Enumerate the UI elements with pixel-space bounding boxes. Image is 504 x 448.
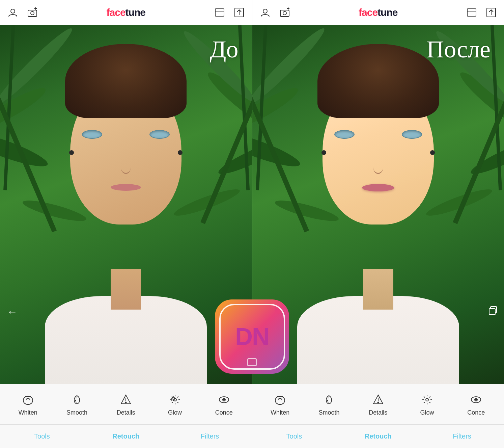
svg-line-72 (424, 396, 425, 397)
right-smooth-label: Smooth (318, 409, 339, 416)
glow-icon (168, 392, 183, 407)
svg-line-73 (429, 402, 430, 403)
share-icon[interactable] (232, 6, 246, 19)
right-tool-conceal[interactable]: Conce (464, 392, 488, 416)
right-conceal-icon (469, 392, 483, 407)
whiten-icon (21, 392, 35, 407)
glow-label: Glow (168, 409, 182, 416)
right-whiten-label: Whiten (271, 409, 289, 416)
right-conceal-label: Conce (467, 409, 485, 416)
dn-small-icon (247, 358, 257, 366)
svg-point-15 (21, 197, 88, 225)
smooth-label: Smooth (66, 409, 87, 416)
svg-point-26 (125, 402, 127, 403)
svg-line-75 (424, 402, 425, 403)
whiten-label: Whiten (19, 409, 37, 416)
right-window-icon[interactable] (465, 6, 478, 19)
left-nav-arrow[interactable]: ← (7, 306, 18, 318)
svg-point-0 (11, 9, 15, 13)
dn-logo-overlay: DN (215, 299, 289, 374)
right-tool-smooth[interactable]: Smooth (317, 392, 341, 416)
left-logo: facetune (107, 7, 145, 18)
svg-point-54 (273, 197, 340, 225)
app-container: facetune (0, 0, 504, 448)
right-top-bar: facetune (252, 0, 504, 25)
right-share-icon[interactable] (484, 6, 498, 19)
left-topbar-left (6, 6, 39, 19)
svg-line-35 (172, 402, 173, 403)
profile-icon[interactable] (6, 6, 20, 19)
smooth-icon (69, 392, 84, 407)
right-toolbar: Whiten Smooth (252, 384, 504, 424)
left-tab-bar: Tools Retouch Filters (0, 424, 252, 448)
left-tab-tools[interactable]: Tools (0, 425, 84, 448)
svg-point-2 (31, 11, 34, 15)
right-topbar-left (258, 6, 291, 19)
svg-line-74 (429, 396, 430, 397)
svg-point-38 (223, 399, 225, 400)
svg-rect-44 (467, 9, 476, 16)
conceal-label: Conce (215, 409, 233, 416)
left-photo-wrapper: До ← (0, 25, 252, 384)
left-tool-details[interactable]: Details (114, 392, 138, 416)
right-tab-retouch[interactable]: Retouch (336, 425, 420, 448)
right-phone-panel: facetune (252, 0, 504, 448)
svg-rect-1 (28, 10, 37, 17)
copy-icon-overlay[interactable] (486, 305, 499, 318)
svg-point-39 (263, 9, 267, 13)
svg-rect-60 (489, 309, 495, 315)
left-tab-filters[interactable]: Filters (168, 425, 252, 448)
right-facetune-logo: facetune (359, 7, 397, 18)
right-logo-face-text: face (359, 7, 377, 18)
right-tool-details[interactable]: Details (366, 392, 390, 416)
svg-line-34 (177, 396, 178, 397)
right-tab-tools[interactable]: Tools (252, 425, 336, 448)
right-glow-label: Glow (420, 409, 434, 416)
left-top-bar: facetune (0, 0, 252, 25)
details-label: Details (117, 409, 135, 416)
conceal-icon (217, 392, 231, 407)
left-tab-retouch[interactable]: Retouch (84, 425, 168, 448)
left-tool-conceal[interactable]: Conce (212, 392, 236, 416)
left-topbar-right (213, 6, 246, 19)
left-phone-panel: facetune (0, 0, 252, 448)
phones-row: facetune (0, 0, 504, 448)
right-logo: facetune (359, 7, 397, 18)
svg-point-78 (475, 399, 477, 400)
right-logo-tune-text: tune (377, 7, 397, 18)
right-camera-add-icon[interactable] (278, 6, 291, 19)
left-tool-whiten[interactable]: Whiten (16, 392, 40, 416)
right-photo-wrapper: После ← (252, 25, 504, 384)
right-tool-whiten[interactable]: Whiten (268, 392, 292, 416)
dn-text: DN (235, 323, 269, 350)
details-icon (118, 392, 133, 407)
left-toolbar: Whiten Smooth (0, 384, 252, 424)
right-smooth-icon (321, 392, 336, 407)
right-glow-icon (420, 392, 435, 407)
svg-line-33 (177, 402, 178, 403)
right-profile-icon[interactable] (258, 6, 272, 19)
right-details-icon (371, 392, 386, 407)
dn-logo-bg: DN (215, 299, 289, 374)
svg-rect-40 (280, 10, 289, 17)
left-tool-glow[interactable]: Glow (163, 392, 187, 416)
right-whiten-icon (273, 392, 287, 407)
before-label: До (209, 35, 238, 63)
camera-add-icon[interactable] (26, 6, 39, 19)
left-photo-area: До ← (0, 25, 252, 384)
right-tool-glow[interactable]: Glow (415, 392, 439, 416)
svg-rect-5 (215, 9, 224, 16)
left-tool-smooth[interactable]: Smooth (65, 392, 89, 416)
logo-face-text: face (107, 7, 125, 18)
right-details-label: Details (369, 409, 387, 416)
svg-point-41 (283, 11, 286, 15)
window-icon[interactable] (213, 6, 226, 19)
right-tab-filters[interactable]: Filters (420, 425, 504, 448)
right-topbar-right (465, 6, 498, 19)
right-tab-bar: Tools Retouch Filters (252, 424, 504, 448)
after-label: После (426, 35, 491, 63)
right-photo-area: После ← (252, 25, 504, 384)
svg-point-66 (377, 402, 379, 403)
logo-tune-text: tune (125, 7, 145, 18)
left-facetune-logo: facetune (107, 7, 145, 18)
